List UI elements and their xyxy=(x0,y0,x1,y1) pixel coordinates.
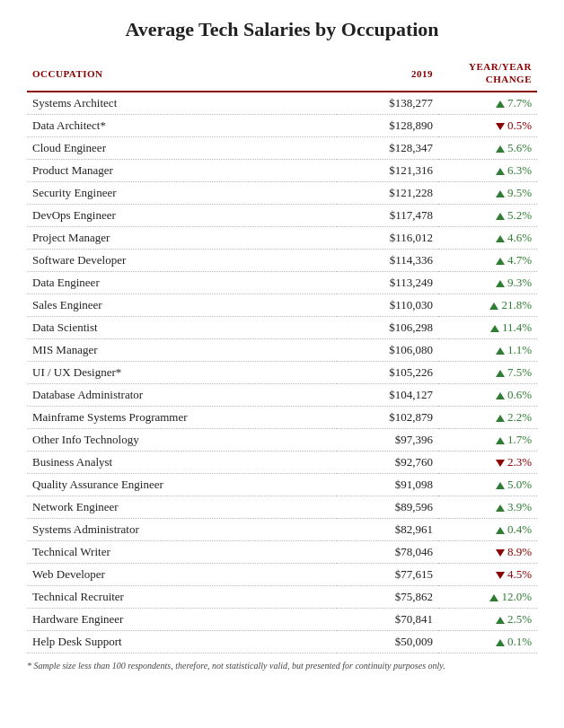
arrow-up-icon xyxy=(496,504,505,512)
arrow-down-icon xyxy=(496,549,505,557)
salary-cell: $97,396 xyxy=(337,428,438,451)
arrow-up-icon xyxy=(496,190,505,197)
occupation-cell: Quality Assurance Engineer xyxy=(27,473,337,496)
change-cell: 11.4% xyxy=(438,316,537,338)
salary-cell: $110,030 xyxy=(337,294,438,316)
table-row: Data Scientist$106,29811.4% xyxy=(27,316,537,338)
arrow-up-icon xyxy=(496,437,505,444)
change-cell: 2.3% xyxy=(438,451,537,473)
table-row: Sales Engineer$110,03021.8% xyxy=(27,294,537,316)
table-row: Cloud Engineer$128,3475.6% xyxy=(27,136,537,159)
salary-cell: $77,615 xyxy=(337,563,438,585)
table-row: Quality Assurance Engineer$91,0985.0% xyxy=(27,473,537,496)
change-cell: 12.0% xyxy=(438,585,537,608)
change-cell: 7.5% xyxy=(438,361,537,383)
arrow-up-icon xyxy=(496,482,505,489)
table-row: MIS Manager$106,0801.1% xyxy=(27,338,537,361)
table-row: Software Developer$114,3364.7% xyxy=(27,249,537,271)
change-cell: 8.9% xyxy=(438,540,537,563)
arrow-up-icon xyxy=(496,101,505,108)
chart-title: Average Tech Salaries by Occupation xyxy=(27,18,537,41)
salary-cell: $117,478 xyxy=(337,204,438,226)
salary-cell: $104,127 xyxy=(337,383,438,406)
arrow-up-icon xyxy=(496,280,505,287)
change-cell: 7.7% xyxy=(438,92,537,115)
change-value: 0.5% xyxy=(507,118,532,132)
change-cell: 2.2% xyxy=(438,406,537,428)
arrow-down-icon xyxy=(496,572,505,579)
col-header-occupation: OCCUPATION xyxy=(27,57,337,91)
change-value: 5.0% xyxy=(507,478,532,491)
arrow-up-icon xyxy=(489,594,498,601)
salary-cell: $138,277 xyxy=(337,92,438,115)
change-value: 4.5% xyxy=(507,567,532,581)
occupation-cell: Security Engineer xyxy=(27,181,337,204)
salary-cell: $121,228 xyxy=(337,181,438,204)
change-cell: 5.6% xyxy=(438,136,537,159)
salary-cell: $114,336 xyxy=(337,249,438,271)
change-value: 7.5% xyxy=(507,365,532,379)
arrow-up-icon xyxy=(496,392,505,399)
arrow-up-icon xyxy=(496,168,505,175)
occupation-cell: Other Info Technology xyxy=(27,428,337,451)
table-row: Network Engineer$89,5963.9% xyxy=(27,496,537,518)
arrow-up-icon xyxy=(496,258,505,265)
salary-cell: $106,080 xyxy=(337,338,438,361)
change-cell: 2.5% xyxy=(438,608,537,630)
occupation-cell: Data Scientist xyxy=(27,316,337,338)
change-cell: 9.5% xyxy=(438,181,537,204)
change-cell: 0.6% xyxy=(438,383,537,406)
arrow-down-icon xyxy=(496,460,505,467)
change-value: 0.6% xyxy=(507,388,532,401)
change-value: 9.3% xyxy=(507,276,532,289)
occupation-cell: Product Manager xyxy=(27,159,337,181)
salary-cell: $121,316 xyxy=(337,159,438,181)
change-cell: 0.4% xyxy=(438,518,537,540)
salary-cell: $50,009 xyxy=(337,630,438,653)
table-row: Data Engineer$113,2499.3% xyxy=(27,271,537,294)
footnote: * Sample size less than 100 respondents,… xyxy=(27,661,537,671)
change-cell: 4.5% xyxy=(438,563,537,585)
occupation-cell: Sales Engineer xyxy=(27,294,337,316)
occupation-cell: DevOps Engineer xyxy=(27,204,337,226)
salary-cell: $106,298 xyxy=(337,316,438,338)
table-row: Database Administrator$104,1270.6% xyxy=(27,383,537,406)
change-value: 3.9% xyxy=(507,500,532,513)
col-header-year: 2019 xyxy=(337,57,438,91)
arrow-up-icon xyxy=(496,415,505,422)
occupation-cell: Network Engineer xyxy=(27,496,337,518)
table-row: Systems Administrator$82,9610.4% xyxy=(27,518,537,540)
occupation-cell: Technical Recruiter xyxy=(27,585,337,608)
change-cell: 3.9% xyxy=(438,496,537,518)
change-value: 12.0% xyxy=(501,590,532,603)
change-value: 8.9% xyxy=(507,545,532,558)
occupation-cell: Mainframe Systems Programmer xyxy=(27,406,337,428)
occupation-cell: UI / UX Designer* xyxy=(27,361,337,383)
salary-cell: $75,862 xyxy=(337,585,438,608)
table-row: UI / UX Designer*$105,2267.5% xyxy=(27,361,537,383)
salary-cell: $102,879 xyxy=(337,406,438,428)
table-row: Hardware Engineer$70,8412.5% xyxy=(27,608,537,630)
change-cell: 4.7% xyxy=(438,249,537,271)
change-cell: 9.3% xyxy=(438,271,537,294)
arrow-down-icon xyxy=(496,123,505,130)
salary-cell: $92,760 xyxy=(337,451,438,473)
change-cell: 5.0% xyxy=(438,473,537,496)
occupation-cell: Data Architect* xyxy=(27,114,337,136)
salary-cell: $78,046 xyxy=(337,540,438,563)
change-cell: 0.5% xyxy=(438,114,537,136)
change-value: 9.5% xyxy=(507,186,532,199)
occupation-cell: Project Manager xyxy=(27,226,337,249)
table-row: Technical Recruiter$75,86212.0% xyxy=(27,585,537,608)
table-header-row: OCCUPATION 2019 YEAR/YEARCHANGE xyxy=(27,57,537,91)
arrow-up-icon xyxy=(496,145,505,153)
table-row: Help Desk Support$50,0090.1% xyxy=(27,630,537,653)
change-value: 2.2% xyxy=(507,410,532,424)
arrow-up-icon xyxy=(496,617,505,624)
table-row: Security Engineer$121,2289.5% xyxy=(27,181,537,204)
change-value: 6.3% xyxy=(507,163,532,177)
table-row: Systems Architect$138,2777.7% xyxy=(27,92,537,115)
change-value: 2.3% xyxy=(507,455,532,469)
change-cell: 1.1% xyxy=(438,338,537,361)
table-row: Technical Writer$78,0468.9% xyxy=(27,540,537,563)
